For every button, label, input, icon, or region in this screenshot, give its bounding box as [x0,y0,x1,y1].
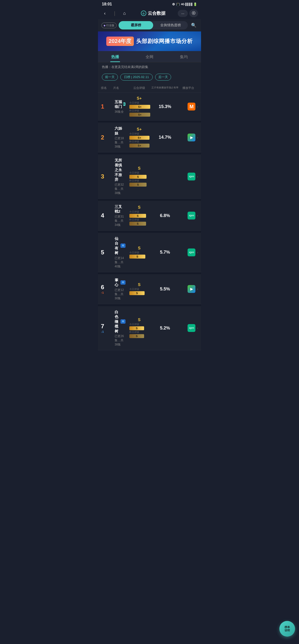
status-bar: 18:01 ⚙ 📳 4G▐▐▐▐ 🔋 [98,0,201,7]
rank-item[interactable]: 1 五福临门▶ 36集全 S+ 今日评级 S+ 昨日评级 S+ 15.3% M … [98,93,201,120]
rating-big: S+ [137,127,142,132]
separator [98,120,201,122]
rank-item[interactable]: 5 仙台有树网 已更14集，共40集 S 今日评级 S 5.7% iQIYI › [98,233,201,272]
industry-label: 行业版 [106,24,114,27]
rank-item[interactable]: 2 六姊妹 已更18集，共38集 S+ 今日评级 S+ 昨日评级 S+ 14.7… [98,122,201,152]
market-share: 15.3% [152,104,178,109]
today-label: 今日评级 [129,171,149,174]
show-sub: 已更32集，共38集 [115,183,126,195]
show-title: 三叉戟2 [115,204,126,214]
tab-avg-label: 集均 [180,55,188,59]
platform-column: ▶ › [178,285,198,293]
nav-bar: ‹ | ⌂ ◎ 云合数据 ··· ⦿ [98,7,201,19]
market-share: 5.7% [152,250,178,255]
header-platform: 播放平台 [178,86,198,90]
today-label: 今日评级 [129,132,149,136]
description: 热播：在更及完结未满2周的剧集 [98,62,201,72]
chevron-right-icon: › [197,104,198,108]
tab-baping[interactable]: 霸屏榜 [118,21,153,30]
platform-column: iQIYI › [178,324,198,332]
menu-button[interactable]: ··· [178,10,188,17]
banner-text: 头部剧综网播市场分析 [136,38,193,45]
rank-number: 1 [101,103,113,110]
rank-item[interactable]: 6 ↑1 掌心网 已更12集，共30集 S 今日评级 S 5.5% ▶ › [98,274,201,304]
platform-column: M › [178,103,198,110]
rank-item[interactable]: 7 ↓1 白色橄榄树网 已更26集，共38集 S 今日评级 S 昨日评级 S 5… [98,306,201,350]
tab-avg[interactable]: 集均 [167,51,201,62]
banner-year: 2024年度 [106,36,134,46]
show-title: 五福临门▶ [115,100,126,109]
tab-hot[interactable]: 热播 [98,51,132,62]
banner: 2024年度 头部剧综网播市场分析 [98,32,201,51]
yesterday-label: 昨日评级 [129,140,149,144]
chevron-right-icon: › [197,287,198,291]
title-column: 三叉戟2 已更31集，共34集 [113,204,127,227]
rating-column: S 今日评级 S [127,282,152,295]
play-icon: ▶ [123,102,126,106]
menu-dots: ··· [181,11,184,16]
rating-bars: 今日评级 S [129,251,149,259]
show-sub: 已更12集，共30集 [115,288,126,300]
net-badge: 网 [120,320,126,324]
rating-big: S [138,246,141,250]
today-label: 今日评级 [129,101,149,104]
back-button[interactable]: ‹ [101,9,109,17]
signal-icon: 4G▐▐▐▐ [181,3,192,6]
search-button[interactable]: 🔍 [190,21,198,29]
rating-bars: 今日评级 S 昨日评级 S [129,322,149,338]
net-badge: 网 [120,244,126,248]
net-badge: 网 [120,280,126,284]
yesterday-bar: S+ [129,113,150,116]
today-bar: S+ [129,136,150,140]
yesterday-bar: S+ [129,144,150,148]
market-share: 5.2% [152,326,178,331]
current-date[interactable]: 日榜 | 2025.02.11 [120,74,153,80]
title-column: 无所畏惧之永不放弃 已更32集，共38集 [113,158,127,195]
table-header: 排名 片名 云合评级 正片有效播放市场占有率 播放平台 [98,84,201,93]
rating-bars: 今日评级 S 昨日评级 S [129,171,149,187]
show-title: 掌心网 [115,278,126,287]
rank-item[interactable]: 4 三叉戟2 已更31集，共34集 S 今日评级 S 昨日评级 S 6.8% i… [98,201,201,231]
rating-bars: 今日评级 S 昨日评级 S [129,210,149,226]
rating-big: S [138,205,141,210]
status-icons: ⚙ 📳 4G▐▐▐▐ 🔋 [172,2,197,6]
yesterday-label: 昨日评级 [129,109,149,112]
yesterday-bar: S [129,222,146,226]
chevron-right-icon: › [197,174,198,178]
rating-big: S+ [137,96,142,101]
show-title: 仙台有树网 [115,236,126,255]
rank-number: 2 [101,134,113,141]
rank-item[interactable]: 3 无所畏惧之永不放弃 已更32集，共38集 S 今日评级 S 昨日评级 S i… [98,154,201,199]
rank-change: ↑1 [101,291,104,294]
home-button[interactable]: ⌂ [120,9,128,17]
today-bar: S [129,175,146,179]
header-market: 正片有效播放市场占有率 [152,86,178,90]
today-bar: S+ [129,105,150,109]
show-title: 白色橄榄树网 [115,310,126,334]
next-day-button[interactable]: 后一天 [155,74,171,80]
rank-number: 4 [101,212,113,219]
prev-day-button[interactable]: 前一天 [102,74,118,80]
platform-logo: iQIYI [188,248,196,256]
search-icon: 🔍 [191,22,196,28]
header-rating: 云合评级 [127,86,152,90]
rank-number: 3 [101,173,113,180]
today-label: 今日评级 [129,322,149,326]
tab-all[interactable]: 全网 [132,51,167,62]
platform-column: iQIYI › [178,248,198,256]
rating-column: S 今日评级 S 昨日评级 S [127,318,152,338]
title-column: 五福临门▶ 36集全 [113,100,127,114]
tab-hotness[interactable]: 全舆情热度榜 [153,21,188,30]
nav-actions: ··· ⦿ [178,9,198,17]
yesterday-label: 昨日评级 [129,218,149,222]
camera-button[interactable]: ⦿ [189,9,198,17]
rank-number: 5 [101,249,113,256]
description-text: 热播：在更及完结未满2周的剧集 [102,65,148,69]
industry-badge[interactable]: ◆ 行业版 [102,22,116,28]
header-rank: 排名 [101,86,113,90]
chevron-right-icon: › [197,250,198,254]
show-title: 六姊妹 [115,126,126,136]
show-sub: 已更26集，共38集 [115,334,126,347]
rank-list: 1 五福临门▶ 36集全 S+ 今日评级 S+ 昨日评级 S+ 15.3% M … [98,93,201,350]
chevron-right-icon: › [197,136,198,140]
